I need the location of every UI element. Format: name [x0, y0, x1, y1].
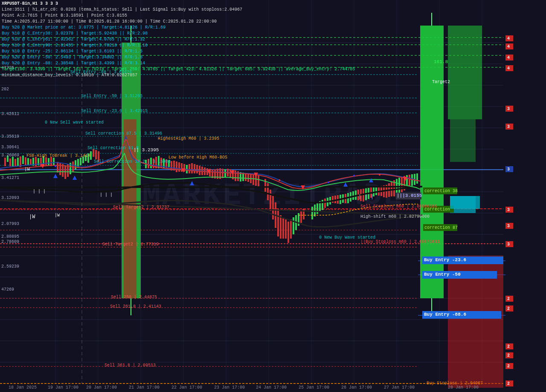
svg-rect-110 [176, 161, 177, 172]
svg-text:Buy Stoploss  | 2.04967: Buy Stoploss | 2.04967 [427, 381, 483, 386]
svg-text:4: 4 [507, 36, 510, 41]
svg-rect-140 [253, 175, 254, 185]
svg-text:161.8: 161.8 [434, 59, 448, 64]
svg-text:3.30641: 3.30641 [1, 145, 19, 150]
svg-rect-151 [285, 219, 287, 239]
svg-rect-79 [50, 157, 52, 166]
svg-text:High-shift m60  | 2.82790000: High-shift m60 | 2.82790000 [360, 214, 430, 219]
svg-text:2.78609: 2.78609 [1, 239, 19, 244]
svg-text:Sell Target2 | 2.77319: Sell Target2 | 2.77319 [102, 242, 159, 247]
svg-rect-96 [95, 150, 97, 159]
svg-text:2.59239: 2.59239 [1, 264, 19, 269]
svg-rect-167 [332, 196, 334, 203]
svg-rect-69 [25, 157, 26, 165]
svg-rect-150 [282, 217, 284, 239]
svg-text:2: 2 [507, 381, 510, 386]
svg-text:|| 3.2395: || 3.2395 [134, 147, 159, 153]
svg-rect-149 [280, 215, 282, 239]
svg-text:19 Jan 17:00: 19 Jan 17:00 [48, 385, 78, 390]
svg-text:23 Jan 17:00: 23 Jan 17:00 [214, 385, 245, 390]
svg-text:Buy Entry -50: Buy Entry -50 [424, 272, 461, 277]
svg-text:Buy Entry -88.6: Buy Entry -88.6 [424, 312, 466, 317]
svg-rect-152 [288, 222, 289, 243]
svg-text:|  |  |: | | | [100, 193, 113, 197]
svg-text:27 Jan 17:00: 27 Jan 17:00 [384, 385, 415, 390]
svg-rect-78 [48, 158, 49, 166]
svg-text:|W: |W [55, 213, 60, 218]
svg-text:||Buy Stoploss m60  | 2.699736: ||Buy Stoploss m60 | 2.69973611 [360, 239, 440, 244]
svg-text:correction 38: correction 38 [424, 189, 458, 193]
svg-text:2.07993: 2.07993 [1, 222, 19, 226]
svg-rect-116 [191, 163, 193, 173]
svg-text:3.35619: 3.35619 [1, 134, 19, 139]
svg-text:0 New Sell wave started: 0 New Sell wave started [45, 120, 104, 125]
svg-rect-59 [450, 119, 476, 162]
svg-text:3: 3 [507, 107, 510, 111]
svg-text:|W: |W [24, 167, 30, 172]
svg-text:20 Jan 17:00: 20 Jan 17:00 [86, 385, 117, 390]
svg-marker-213 [53, 174, 58, 178]
svg-text:Buy Entry -23.6: Buy Entry -23.6 [424, 257, 466, 262]
chart-container: MARKETZITRADE [0, 0, 546, 392]
svg-text:|||3.0155: |||3.0155 [397, 193, 422, 198]
svg-text:FSB-High ToBreak | 3.1414: FSB-High ToBreak | 3.1414 [26, 153, 90, 158]
svg-text:202: 202 [1, 87, 9, 92]
svg-rect-163 [322, 200, 323, 210]
svg-text:3.41271: 3.41271 [1, 176, 19, 180]
svg-rect-144 [267, 183, 269, 200]
svg-point-211 [379, 174, 380, 176]
svg-rect-81 [57, 162, 58, 173]
svg-rect-112 [181, 163, 183, 172]
svg-rect-70 [27, 158, 29, 165]
svg-text:2: 2 [507, 344, 510, 349]
svg-text:Sell  250  | 2.44875: Sell 250 | 2.44875 [111, 295, 157, 300]
svg-text:3: 3 [507, 208, 510, 212]
svg-rect-184 [375, 187, 377, 195]
svg-text:47725: 47725 [1, 66, 14, 70]
svg-rect-68 [22, 156, 24, 164]
svg-rect-190 [391, 182, 392, 196]
svg-rect-154 [293, 217, 294, 234]
svg-rect-161 [317, 203, 318, 214]
svg-rect-111 [178, 162, 180, 172]
svg-rect-164 [324, 199, 326, 208]
svg-text:|W: |W [29, 214, 35, 220]
svg-text:3.42611: 3.42611 [1, 112, 19, 116]
svg-text:3: 3 [507, 167, 510, 172]
svg-rect-88 [75, 160, 76, 170]
svg-text:18 Jan 2025: 18 Jan 2025 [9, 385, 37, 390]
svg-text:3: 3 [507, 124, 510, 129]
svg-text:Sell Entry -50  | 3.51265: Sell Entry -50 | 3.51265 [81, 94, 142, 98]
svg-text:4: 4 [507, 66, 510, 71]
svg-rect-77 [45, 157, 47, 166]
svg-rect-58 [448, 26, 482, 119]
svg-rect-198 [411, 174, 413, 186]
svg-text:HighestHigh   M60  | 3.2395: HighestHigh M60 | 3.2395 [158, 136, 219, 141]
svg-text:correction 87: correction 87 [424, 225, 458, 230]
svg-text:21 Jan 17:00: 21 Jan 17:00 [129, 385, 160, 390]
svg-rect-157 [300, 211, 302, 223]
svg-rect-138 [247, 173, 249, 182]
svg-rect-153 [290, 219, 292, 239]
svg-point-207 [279, 179, 280, 181]
svg-point-209 [328, 182, 329, 183]
svg-text:2: 2 [507, 306, 510, 311]
svg-text:25 Jan 17:00: 25 Jan 17:00 [299, 385, 329, 390]
svg-rect-61 [4, 158, 6, 166]
svg-rect-117 [194, 164, 195, 173]
svg-rect-148 [277, 209, 279, 236]
svg-rect-64 [12, 157, 14, 166]
chart-svg: |W |W |W | | | | | | | | | 202 47725 3.4… [0, 0, 546, 392]
svg-text:3.26069: 3.26069 [1, 153, 19, 158]
svg-rect-142 [258, 176, 259, 187]
svg-text:3.12093: 3.12093 [1, 196, 19, 200]
svg-text:| | |: | | | [358, 194, 374, 200]
svg-rect-128 [222, 169, 224, 178]
svg-text:2: 2 [507, 353, 510, 358]
svg-text:Sell  361.8  | 2.09513: Sell 361.8 | 2.09513 [105, 363, 156, 368]
svg-rect-65 [15, 159, 16, 166]
svg-rect-291 [450, 196, 480, 209]
svg-text:2.80895: 2.80895 [1, 234, 19, 239]
svg-rect-66 [17, 158, 19, 166]
svg-rect-146 [272, 196, 274, 219]
